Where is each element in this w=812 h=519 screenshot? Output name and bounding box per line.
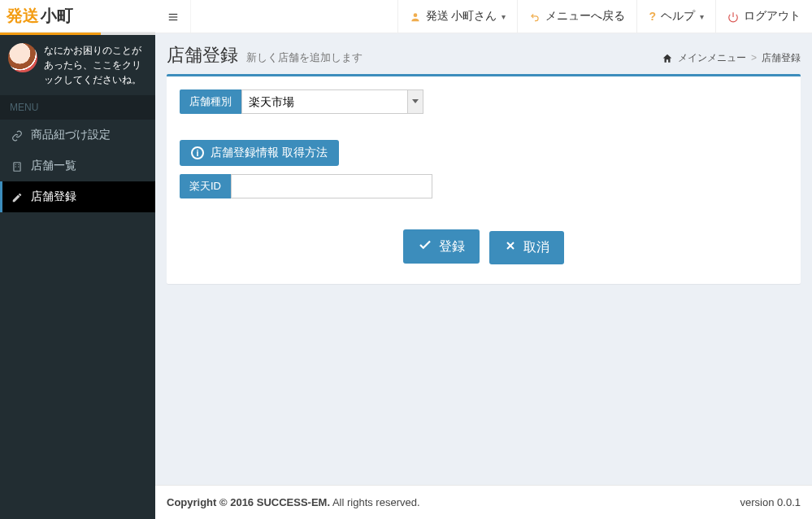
- assistant-panel[interactable]: なにかお困りのことがあったら、ここをクリックしてくださいね。: [0, 35, 155, 95]
- hamburger-icon: [167, 10, 179, 23]
- submit-label: 登録: [439, 238, 465, 255]
- submit-button[interactable]: 登録: [403, 229, 480, 264]
- close-icon: [504, 239, 517, 255]
- store-type-label: 店舗種別: [180, 89, 241, 114]
- sidebar-item-label: 店舗一覧: [31, 159, 76, 173]
- user-menu-button[interactable]: 発送 小町さん ▾: [397, 0, 518, 33]
- question-icon: ?: [649, 10, 656, 23]
- page-header: 店舗登録 新しく店舗を追加します メインメニュー > 店舗登録: [167, 43, 801, 68]
- cancel-button[interactable]: 取消: [489, 231, 564, 264]
- menu-header: MENU: [0, 95, 155, 120]
- power-icon: [727, 10, 739, 23]
- top-nav: 発送 小町さん ▾ メニューへ戻る ? ヘルプ ▾ ログアウト: [155, 0, 812, 33]
- pencil-icon: [11, 190, 23, 203]
- registration-info-button[interactable]: i 店舗登録情報 取得方法: [180, 140, 339, 166]
- spacer: [180, 114, 788, 140]
- svg-rect-4: [18, 167, 19, 168]
- breadcrumb-root[interactable]: メインメニュー: [678, 51, 746, 65]
- help-menu-button[interactable]: ? ヘルプ ▾: [636, 0, 715, 33]
- copyright-rest: All rights reserved.: [330, 496, 420, 508]
- page-title: 店舗登録: [167, 43, 238, 68]
- back-label: メニューへ戻る: [545, 9, 625, 24]
- assistant-avatar-icon: [8, 43, 37, 72]
- back-to-menu-button[interactable]: メニューへ戻る: [517, 0, 636, 33]
- assistant-text: なにかお困りのことがあったら、ここをクリックしてくださいね。: [44, 43, 147, 87]
- button-row: 登録 取消: [180, 229, 788, 264]
- brand-logo[interactable]: 発送 小町: [0, 0, 155, 33]
- breadcrumb-current: 店舗登録: [762, 51, 801, 65]
- building-icon: [11, 159, 23, 172]
- undo-icon: [529, 10, 541, 23]
- sidebar-item-label: 商品紐づけ設定: [31, 128, 111, 142]
- rakuten-id-input[interactable]: [231, 174, 432, 198]
- sidebar-item-label: 店舗登録: [31, 190, 76, 204]
- store-type-row: 店舗種別 楽天市場: [180, 89, 788, 114]
- copyright-bold: Copyright © 2016 SUCCESS-EM.: [167, 496, 330, 508]
- sidebar-item-store-register[interactable]: 店舗登録: [0, 181, 155, 212]
- brand-part1: 発送: [7, 5, 39, 27]
- page-subtitle: 新しく店舗を追加します: [246, 50, 363, 65]
- footer: Copyright © 2016 SUCCESS-EM. All rights …: [155, 485, 812, 519]
- content-area: 店舗登録 新しく店舗を追加します メインメニュー > 店舗登録 店舗種別 楽天市…: [155, 33, 812, 485]
- footer-copyright: Copyright © 2016 SUCCESS-EM. All rights …: [167, 496, 420, 508]
- breadcrumb: メインメニュー > 店舗登録: [662, 51, 801, 65]
- logout-button[interactable]: ログアウト: [715, 0, 812, 33]
- help-label: ヘルプ: [661, 9, 695, 24]
- svg-rect-1: [15, 164, 16, 165]
- store-type-select[interactable]: 楽天市場: [241, 89, 423, 114]
- breadcrumb-separator: >: [751, 52, 757, 63]
- caret-down-icon: ▾: [502, 12, 506, 21]
- svg-rect-0: [14, 163, 20, 172]
- caret-down-icon: ▾: [700, 12, 704, 21]
- store-type-select-wrap: 楽天市場: [241, 89, 423, 114]
- info-button-label: 店舗登録情報 取得方法: [211, 146, 328, 160]
- check-icon: [418, 238, 432, 255]
- svg-point-8: [413, 13, 417, 17]
- rakuten-id-control: [231, 174, 432, 198]
- logout-label: ログアウト: [744, 9, 801, 24]
- link-icon: [11, 129, 23, 142]
- sidebar-toggle-button[interactable]: [155, 0, 191, 33]
- nav-spacer: [191, 0, 397, 33]
- home-icon: [662, 52, 673, 64]
- svg-rect-3: [15, 167, 16, 168]
- user-name: 発送 小町さん: [426, 9, 497, 24]
- sidebar-item-product-link[interactable]: 商品紐づけ設定: [0, 120, 155, 150]
- user-icon: [410, 10, 421, 23]
- cancel-label: 取消: [523, 239, 549, 256]
- sidebar-item-store-list[interactable]: 店舗一覧: [0, 150, 155, 181]
- page-title-wrap: 店舗登録 新しく店舗を追加します: [167, 43, 363, 68]
- rakuten-id-row: 楽天ID: [180, 174, 788, 198]
- brand-part2: 小町: [41, 5, 73, 27]
- info-icon: i: [191, 146, 204, 159]
- rakuten-id-label: 楽天ID: [180, 174, 231, 198]
- form-panel: 店舗種別 楽天市場 i 店舗登録情報 取得方法 楽天ID 登録: [167, 74, 801, 284]
- svg-rect-2: [18, 164, 19, 165]
- sidebar: 発送 小町 なにかお困りのことがあったら、ここをクリックしてくださいね。 MEN…: [0, 0, 155, 519]
- footer-version: version 0.0.1: [740, 496, 801, 508]
